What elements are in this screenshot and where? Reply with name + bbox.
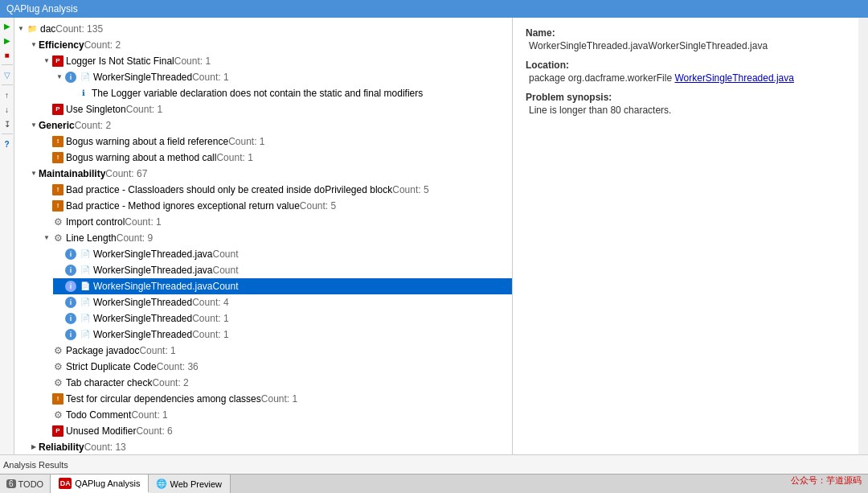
import-control-row[interactable]: ⚙ Import control Count: 1 <box>40 214 512 230</box>
no-expand-17 <box>42 394 51 404</box>
generic-row[interactable]: Generic Count: 2 <box>27 117 512 134</box>
worker1-count: Count: 1 <box>192 70 228 84</box>
expand-generic[interactable] <box>29 121 39 130</box>
file-icon-6: 📄 <box>79 312 92 325</box>
problem-label: Problem synopsis: <box>526 92 845 103</box>
worker-file-6-count: Count: 1 <box>192 327 228 342</box>
todo-badge: 6 <box>6 479 16 488</box>
expand-reliability[interactable] <box>29 442 39 452</box>
todo-comment-row[interactable]: ⚙ Todo Comment Count: 1 <box>40 407 512 423</box>
no-expand-9 <box>55 265 64 275</box>
bottom-tabs: 6 TODO DA QAPlug Analysis 🌐 Web Preview … <box>0 474 868 493</box>
circle-icon-1: i <box>64 71 77 84</box>
worker-file-6-row[interactable]: i 📄 WorkerSingleThreaded Count: 1 <box>53 327 512 343</box>
circular-dep-row[interactable]: ! Test for circular dependencies among c… <box>40 391 512 407</box>
worker-file-5-row[interactable]: i 📄 WorkerSingleThreaded Count: 1 <box>53 310 512 327</box>
location-label: Location: <box>526 60 845 71</box>
status-bar: Analysis Results <box>0 454 868 474</box>
bogus-method-label: Bogus warning about a method call <box>66 150 216 165</box>
no-expand-5 <box>42 185 51 195</box>
circular-dep-count: Count: 1 <box>261 392 297 406</box>
bogus-method-count: Count: 1 <box>216 150 252 165</box>
warn-icon-2: ! <box>51 151 64 164</box>
worker-file-3-label: WorkerSingleThreaded.java <box>93 279 213 294</box>
unused-modifier-row[interactable]: P Unused Modifier Count: 6 <box>40 423 512 439</box>
pkg-javadoc-row[interactable]: ⚙ Package javadoc Count: 1 <box>40 343 512 359</box>
run-button[interactable]: ▶ <box>1 19 14 32</box>
no-expand-10 <box>55 281 64 291</box>
strict-dup-count: Count: 36 <box>157 359 199 374</box>
bogus-method-row[interactable]: ! Bogus warning about a method call Coun… <box>40 150 512 166</box>
logger-msg-row[interactable]: ℹ The Logger variable declaration does n… <box>66 85 512 101</box>
strict-dup-row[interactable]: ⚙ Strict Duplicate Code Count: 36 <box>40 359 512 375</box>
tree-root-row[interactable]: 📁 dac Count: 135 <box>14 21 512 37</box>
tree-panel[interactable]: 📁 dac Count: 135 Efficiency Count: 2 <box>14 18 513 454</box>
no-expand-6 <box>42 201 51 211</box>
location-link[interactable]: WorkerSingleThreaded.java <box>674 72 794 84</box>
down-button[interactable]: ↓ <box>1 103 14 116</box>
efficiency-node: Efficiency Count: 2 P Logger Is Not Stat… <box>27 37 512 117</box>
expand-maint[interactable] <box>29 169 39 179</box>
todo-tab[interactable]: 6 TODO <box>0 475 51 493</box>
linelength-count: Count: 9 <box>117 231 153 245</box>
export-button[interactable]: ↧ <box>1 117 14 130</box>
file-icon-4: 📄 <box>79 280 92 293</box>
file-icon-2: 📄 <box>79 248 92 261</box>
generic-node: Generic Count: 2 ! Bogus warning about a… <box>27 117 512 166</box>
linelength-row[interactable]: ⚙ Line Length Count: 9 <box>40 230 512 246</box>
stop-button[interactable]: ■ <box>1 48 14 61</box>
expand-efficiency[interactable] <box>29 40 39 50</box>
webpreview-label: Web Preview <box>170 479 222 489</box>
badpractice-method-row[interactable]: ! Bad practice - Method ignores exceptio… <box>40 198 512 214</box>
reliability-row[interactable]: Reliability Count: 13 <box>27 439 512 454</box>
title-bar: QAPlug Analysis <box>0 0 868 18</box>
filter-button[interactable]: ▽ <box>1 68 14 81</box>
import-control-count: Count: 1 <box>125 215 161 229</box>
strict-dup-label: Strict Duplicate Code <box>66 359 157 374</box>
singleton-row[interactable]: P Use Singleton Count: 1 <box>40 101 512 117</box>
pmd-icon-1: P <box>51 55 64 68</box>
badpractice-class-label: Bad practice - Classloaders should only … <box>66 183 392 197</box>
unused-modifier-count: Count: 6 <box>136 424 172 438</box>
todo-comment-label: Todo Comment <box>66 408 131 422</box>
expand-dac[interactable] <box>16 24 26 34</box>
worker-file-3-row[interactable]: i 📄 WorkerSingleThreaded.java Count <box>53 278 512 294</box>
linelength-node: ⚙ Line Length Count: 9 i 📄 W <box>40 230 512 343</box>
tab-check-row[interactable]: ⚙ Tab character check Count: 2 <box>40 375 512 391</box>
badpractice-class-row[interactable]: ! Bad practice - Classloaders should onl… <box>40 182 512 198</box>
run2-button[interactable]: ▶ <box>1 34 14 47</box>
efficiency-row[interactable]: Efficiency Count: 2 <box>27 37 512 53</box>
bogus-field-row[interactable]: ! Bogus warning about a field reference … <box>40 134 512 150</box>
expand-logger[interactable] <box>42 56 51 66</box>
logger-row[interactable]: P Logger Is Not Static Final Count: 1 <box>40 53 512 69</box>
worker1-label: WorkerSingleThreaded <box>93 70 192 84</box>
expand-worker1[interactable] <box>55 72 64 82</box>
badpractice-method-label: Bad practice - Method ignores exceptiona… <box>66 199 300 213</box>
expand-linelength[interactable] <box>42 233 51 243</box>
tab-check-label: Tab character check <box>66 376 152 390</box>
logger-count: Count: 1 <box>174 54 211 68</box>
gear-icon-1: ⚙ <box>51 216 64 228</box>
qaplug-tab[interactable]: DA QAPlug Analysis <box>51 475 149 493</box>
no-expand-14 <box>42 346 51 355</box>
import-control-label: Import control <box>66 215 125 229</box>
help-button[interactable]: ? <box>1 138 14 150</box>
worker-file-5-count: Count: 1 <box>192 311 228 326</box>
worker1-row[interactable]: i 📄 WorkerSingleThreaded Count: 1 <box>53 69 512 85</box>
circle-file-icon-4: i <box>64 296 77 309</box>
circle-file-icon-5: i <box>64 312 77 325</box>
location-package: package org.dacframe.workerFile <box>529 72 672 84</box>
todo-comment-count: Count: 1 <box>131 408 167 422</box>
logger-node: P Logger Is Not Static Final Count: 1 i <box>40 53 512 101</box>
maintainability-node: Maintainability Count: 67 ! Bad practice… <box>27 166 512 439</box>
worker-file-4-row[interactable]: i 📄 WorkerSingleThreaded Count: 4 <box>53 294 512 310</box>
up-button[interactable]: ↑ <box>1 88 14 101</box>
worker-file-1-row[interactable]: i 📄 WorkerSingleThreaded.java Count <box>53 246 512 262</box>
webpreview-icon: 🌐 <box>157 479 166 489</box>
singleton-count: Count: 1 <box>126 102 162 117</box>
circle-file-icon-3: i <box>64 280 77 293</box>
worker-file-2-row[interactable]: i 📄 WorkerSingleThreaded.java Count <box>53 262 512 278</box>
info-icon-1: ℹ <box>77 87 90 100</box>
maintainability-row[interactable]: Maintainability Count: 67 <box>27 166 512 182</box>
webpreview-tab[interactable]: 🌐 Web Preview <box>149 475 231 493</box>
